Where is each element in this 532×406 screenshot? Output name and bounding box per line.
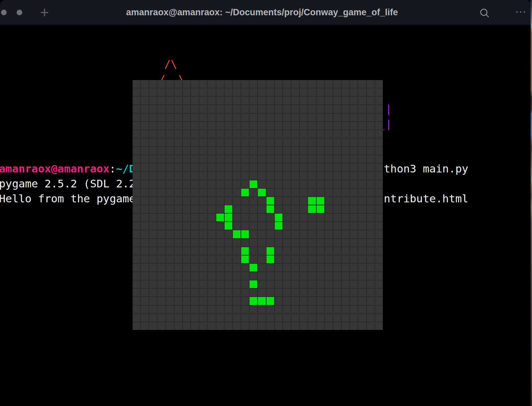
grid-cell[interactable] bbox=[183, 114, 190, 121]
grid-cell[interactable] bbox=[166, 147, 174, 154]
grid-cell[interactable] bbox=[133, 205, 140, 213]
grid-cell[interactable] bbox=[258, 163, 266, 171]
grid-cell[interactable] bbox=[258, 172, 266, 179]
grid-cell[interactable] bbox=[225, 289, 232, 296]
grid-cell[interactable] bbox=[250, 239, 257, 247]
grid-cell[interactable] bbox=[350, 264, 358, 271]
grid-cell[interactable] bbox=[250, 205, 257, 213]
grid-cell[interactable] bbox=[283, 297, 291, 305]
grid-cell[interactable] bbox=[367, 255, 374, 263]
live-cell[interactable] bbox=[250, 264, 257, 271]
grid-cell[interactable] bbox=[342, 147, 349, 154]
grid-cell[interactable] bbox=[208, 163, 215, 171]
grid-cell[interactable] bbox=[199, 289, 207, 296]
grid-cell[interactable] bbox=[375, 314, 383, 322]
grid-cell[interactable] bbox=[367, 97, 374, 104]
grid-cell[interactable] bbox=[233, 255, 241, 263]
grid-cell[interactable] bbox=[225, 297, 232, 305]
grid-cell[interactable] bbox=[250, 97, 257, 104]
live-cell[interactable] bbox=[275, 222, 282, 230]
live-cell[interactable] bbox=[250, 280, 257, 288]
grid-cell[interactable] bbox=[258, 272, 266, 280]
grid-cell[interactable] bbox=[191, 306, 199, 313]
grid-cell[interactable] bbox=[375, 80, 383, 88]
grid-cell[interactable] bbox=[367, 222, 374, 230]
grid-cell[interactable] bbox=[191, 272, 199, 280]
grid-cell[interactable] bbox=[208, 239, 215, 247]
grid-cell[interactable] bbox=[342, 247, 349, 255]
grid-cell[interactable] bbox=[308, 222, 316, 230]
grid-cell[interactable] bbox=[333, 155, 341, 163]
grid-cell[interactable] bbox=[308, 322, 316, 330]
grid-cell[interactable] bbox=[216, 247, 224, 255]
grid-cell[interactable] bbox=[367, 80, 374, 88]
grid-cell[interactable] bbox=[191, 205, 199, 213]
grid-cell[interactable] bbox=[333, 197, 341, 205]
grid-cell[interactable] bbox=[191, 147, 199, 154]
grid-cell[interactable] bbox=[208, 280, 215, 288]
grid-cell[interactable] bbox=[225, 172, 232, 179]
grid-cell[interactable] bbox=[266, 289, 274, 296]
grid-cell[interactable] bbox=[233, 280, 241, 288]
grid-cell[interactable] bbox=[325, 163, 333, 171]
grid-cell[interactable] bbox=[300, 205, 307, 213]
grid-cell[interactable] bbox=[367, 163, 374, 171]
grid-cell[interactable] bbox=[158, 306, 165, 313]
grid-cell[interactable] bbox=[317, 172, 324, 179]
grid-cell[interactable] bbox=[283, 264, 291, 271]
grid-cell[interactable] bbox=[166, 222, 174, 230]
grid-cell[interactable] bbox=[149, 205, 157, 213]
grid-cell[interactable] bbox=[166, 255, 174, 263]
grid-cell[interactable] bbox=[166, 314, 174, 322]
grid-cell[interactable] bbox=[342, 114, 349, 121]
grid-cell[interactable] bbox=[333, 97, 341, 104]
live-cell[interactable] bbox=[308, 205, 316, 213]
grid-cell[interactable] bbox=[325, 306, 333, 313]
grid-cell[interactable] bbox=[275, 306, 282, 313]
grid-cell[interactable] bbox=[216, 147, 224, 154]
grid-cell[interactable] bbox=[250, 163, 257, 171]
grid-cell[interactable] bbox=[158, 122, 165, 130]
grid-cell[interactable] bbox=[358, 264, 366, 271]
grid-cell[interactable] bbox=[225, 163, 232, 171]
grid-cell[interactable] bbox=[333, 80, 341, 88]
grid-cell[interactable] bbox=[291, 272, 299, 280]
grid-cell[interactable] bbox=[258, 147, 266, 154]
grid-cell[interactable] bbox=[258, 255, 266, 263]
grid-cell[interactable] bbox=[283, 222, 291, 230]
grid-cell[interactable] bbox=[291, 172, 299, 179]
grid-cell[interactable] bbox=[199, 197, 207, 205]
grid-cell[interactable] bbox=[141, 139, 149, 146]
grid-cell[interactable] bbox=[233, 105, 241, 113]
grid-cell[interactable] bbox=[317, 88, 324, 96]
grid-cell[interactable] bbox=[225, 230, 232, 238]
grid-cell[interactable] bbox=[158, 97, 165, 104]
live-cell[interactable] bbox=[266, 297, 274, 305]
grid-cell[interactable] bbox=[199, 130, 207, 138]
grid-cell[interactable] bbox=[291, 189, 299, 196]
live-cell[interactable] bbox=[216, 214, 224, 221]
grid-cell[interactable] bbox=[174, 205, 182, 213]
grid-cell[interactable] bbox=[317, 230, 324, 238]
grid-cell[interactable] bbox=[291, 139, 299, 146]
grid-cell[interactable] bbox=[158, 130, 165, 138]
grid-cell[interactable] bbox=[216, 180, 224, 188]
grid-cell[interactable] bbox=[166, 97, 174, 104]
grid-cell[interactable] bbox=[333, 114, 341, 121]
grid-cell[interactable] bbox=[174, 80, 182, 88]
grid-cell[interactable] bbox=[291, 88, 299, 96]
grid-cell[interactable] bbox=[191, 222, 199, 230]
grid-cell[interactable] bbox=[325, 247, 333, 255]
grid-cell[interactable] bbox=[266, 180, 274, 188]
grid-cell[interactable] bbox=[258, 322, 266, 330]
grid-cell[interactable] bbox=[225, 130, 232, 138]
grid-cell[interactable] bbox=[241, 306, 249, 313]
grid-cell[interactable] bbox=[191, 322, 199, 330]
grid-cell[interactable] bbox=[216, 264, 224, 271]
grid-cell[interactable] bbox=[275, 105, 282, 113]
grid-cell[interactable] bbox=[250, 172, 257, 179]
grid-cell[interactable] bbox=[174, 88, 182, 96]
grid-cell[interactable] bbox=[350, 172, 358, 179]
grid-cell[interactable] bbox=[375, 105, 383, 113]
grid-cell[interactable] bbox=[275, 114, 282, 121]
